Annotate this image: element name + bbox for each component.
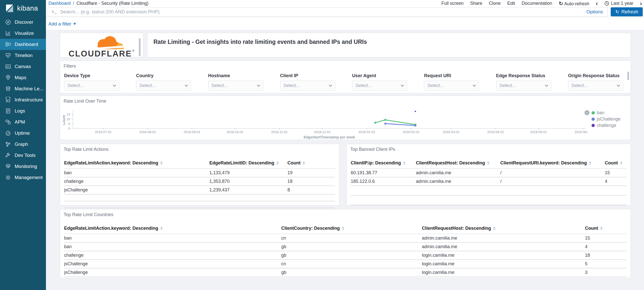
legend-item-jsChallenge[interactable]: jsChallenge [592,117,621,122]
rate-limit-time-chart[interactable]: 0510152018-07-012018-08-012018-09-012018… [63,105,588,140]
filter-select[interactable]: Select... [136,81,191,90]
table-cell[interactable]: ban [64,243,281,251]
auto-refresh-button[interactable]: ↻Auto-refresh [559,1,589,7]
legend-toggle-icon[interactable]: › [584,110,589,115]
table-cell[interactable]: gb [281,268,422,277]
menu-item-edit[interactable]: Edit [507,1,515,6]
column-header[interactable]: ClientIP.ip: Descending [351,158,416,169]
column-header[interactable]: Count [585,223,627,234]
table-cell[interactable]: admin.camilia.me [416,169,500,177]
table-cell[interactable]: 15 [605,169,627,177]
legend-item-challenge[interactable]: challenge [592,123,621,128]
time-back-chevron-icon[interactable]: ‹ [596,1,598,7]
column-header[interactable]: ClientRequestHost: Descending [416,158,500,169]
table-cell[interactable]: / [500,177,605,186]
panel-scrollbar[interactable] [627,72,629,80]
table-cell[interactable]: 18 [287,177,335,186]
svg-text:2018-07-01: 2018-07-01 [95,130,112,134]
filter-group-hostname: HostnameSelect... [208,73,263,90]
menu-item-clone[interactable]: Clone [489,1,501,6]
table-cell[interactable]: login.camilia.me [422,251,585,260]
column-header[interactable]: EdgeRateLimitAction.keyword: Descending [64,223,281,234]
refresh-button[interactable]: ↻ Refresh [611,7,643,16]
machine-learning-icon [5,85,11,92]
table-cell[interactable]: jsChallenge [64,260,281,268]
menu-item-share[interactable]: Share [470,1,482,6]
table-cell[interactable]: admin.camilia.me [422,234,585,243]
table-cell[interactable]: / [500,169,605,177]
chevron-down-icon [185,83,188,87]
table-cell[interactable]: challenge [64,251,281,260]
search-input[interactable] [60,9,583,15]
sidebar-item-canvas[interactable]: Canvas [0,61,46,72]
menu-item-documentation[interactable]: Documentation [522,1,552,6]
sidebar-item-infrastructure[interactable]: Infrastructure [0,94,46,105]
filter-select[interactable]: Select... [352,81,407,90]
filter-select[interactable]: Select... [280,81,335,90]
column-header[interactable]: Count [287,158,335,169]
table-cell[interactable]: 4 [585,243,627,251]
table-cell[interactable]: cn [281,260,422,268]
filter-select[interactable]: Select... [496,81,551,90]
table-cell[interactable]: 5 [585,260,627,268]
table-cell[interactable]: gb [281,243,422,251]
sidebar-item-timelion[interactable]: Timelion [0,50,46,61]
column-header[interactable]: ClientRequestURI.keyword: Descending [500,158,605,169]
column-header[interactable]: EdgeRateLimitAction.keyword: Descending [64,158,209,169]
sidebar-item-logs[interactable]: Logs [0,105,46,117]
sidebar-item-monitoring[interactable]: Monitoring [0,161,46,172]
sidebar-item-discover[interactable]: Discover [0,17,46,28]
sidebar-item-maps[interactable]: Maps [0,72,46,83]
table-cell[interactable]: login.camilia.me [422,260,585,268]
table-cell[interactable]: 1,353,870 [209,177,287,186]
sidebar-item-visualize[interactable]: Visualize [0,28,46,39]
column-header[interactable]: ClientRequestHost: Descending [422,223,585,234]
legend-item-ban[interactable]: ›ban [584,110,621,115]
sidebar-item-uptime[interactable]: Uptime [0,128,46,139]
table-cell[interactable]: 1,133,479 [209,169,287,177]
sidebar-item-machine-le[interactable]: Machine Le... [0,83,46,94]
filter-select[interactable]: Select... [64,81,119,90]
panel-scrollbar[interactable] [139,38,141,56]
table-cell[interactable]: admin.camilia.me [416,177,500,186]
sidebar-item-management[interactable]: Management [0,172,46,183]
table-cell[interactable]: cn [281,234,422,243]
time-picker[interactable]: Last 1 year [604,1,633,6]
table-cell[interactable]: 18 [585,251,627,260]
table-cell[interactable]: 185.122.0.6 [351,177,416,186]
menu-item-full-screen[interactable]: Full screen [441,1,464,6]
table-cell[interactable]: 1,239,437 [209,186,287,194]
column-header[interactable]: Count [605,158,627,169]
sidebar-item-dashboard[interactable]: Dashboard [0,39,46,50]
column-header[interactable]: EdgeRateLimitID: Descending [209,158,287,169]
table-cell[interactable]: jsChallenge [64,268,281,277]
table-cell[interactable]: 4 [605,177,627,186]
time-forward-chevron-icon[interactable]: › [640,1,642,7]
options-link[interactable]: Options [586,9,603,15]
table-cell[interactable]: login.camilia.me [422,268,585,277]
filter-select[interactable]: Select... [424,81,479,90]
column-header[interactable]: ClientCountry: Descending [281,223,422,234]
filter-select[interactable]: Select... [208,81,263,90]
breadcrumb-dashboard-link[interactable]: Dashboard [48,1,71,6]
sidebar-item-graph[interactable]: Graph [0,139,46,150]
table-cell[interactable]: 19 [287,169,335,177]
add-filter-button[interactable]: Add a filter+ [48,21,76,27]
sidebar-item-apm[interactable]: APM [0,117,46,128]
table-cell[interactable]: 3 [585,268,627,277]
table-cell[interactable]: 60.191.38.77 [351,169,416,177]
table-cell[interactable]: gb [281,251,422,260]
table-cell[interactable]: ban [64,234,281,243]
filter-select[interactable]: Select... [568,81,623,90]
sidebar-item-dev-tools[interactable]: Dev Tools [0,150,46,161]
sidebar-item-label: Uptime [15,130,30,136]
svg-text:2018-10-01: 2018-10-01 [227,130,244,134]
kibana-logo[interactable]: kibana [0,0,46,17]
table-cell[interactable]: 8 [287,186,335,194]
table-cell[interactable]: jsChallenge [64,186,209,194]
table-cell[interactable]: ban [64,169,209,177]
table-cell[interactable]: admin.camilia.me [422,243,585,251]
dashboard-top-menu: Full screenShareCloneEditDocumentation ↻… [441,1,642,7]
table-cell[interactable]: challenge [64,177,209,186]
table-cell[interactable]: 15 [585,234,627,243]
